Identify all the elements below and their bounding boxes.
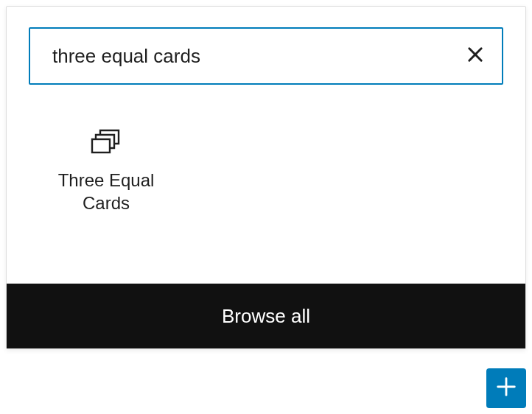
clear-search-button[interactable] (462, 43, 489, 69)
browse-all-button[interactable]: Browse all (7, 284, 525, 348)
results-grid: Three Equal Cards (7, 85, 525, 284)
block-inserter-panel: Three Equal Cards Browse all (6, 6, 526, 349)
block-item-three-equal-cards[interactable]: Three Equal Cards (29, 107, 183, 229)
plus-icon (494, 374, 519, 402)
svg-rect-2 (92, 139, 110, 152)
search-wrap (7, 7, 525, 85)
close-icon (465, 44, 486, 68)
cards-stack-icon (36, 129, 176, 154)
search-input[interactable] (30, 29, 502, 83)
browse-all-label: Browse all (222, 305, 310, 328)
add-block-button[interactable] (486, 368, 526, 408)
search-box (29, 27, 503, 85)
block-item-label: Three Equal Cards (36, 169, 176, 214)
